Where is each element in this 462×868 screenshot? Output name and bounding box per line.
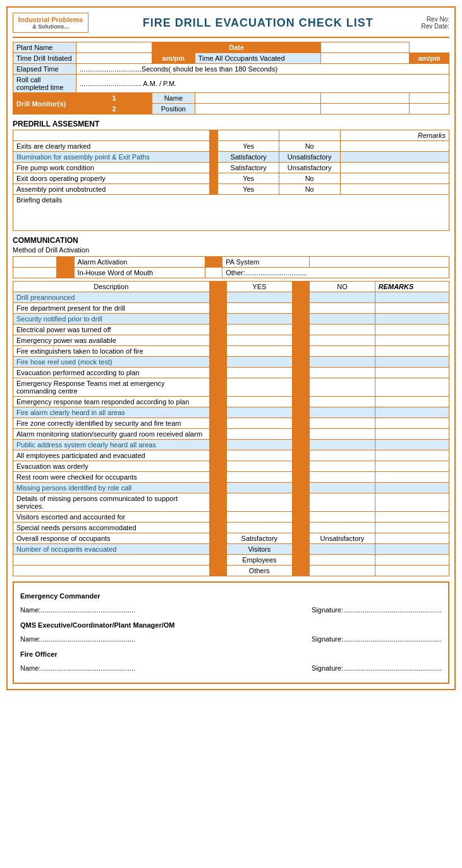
comm-row-yes[interactable]	[227, 368, 293, 378]
comm-row-no[interactable]	[310, 440, 375, 450]
qms-sig-row: Name:...................................…	[20, 632, 442, 646]
predrill-exitdoors-remarks[interactable]	[340, 173, 449, 184]
comm-row-no[interactable]	[310, 346, 375, 357]
comm-row-divider	[209, 544, 227, 555]
comm-row-no[interactable]	[310, 483, 375, 493]
comm-row-remarks[interactable]	[375, 303, 449, 314]
comm-row-yes[interactable]	[227, 483, 293, 493]
comm-row-yes[interactable]	[227, 523, 293, 533]
comm-row-remarks[interactable]	[375, 429, 449, 440]
qms-title: QMS Executive/Coordinator/Plant Manager/…	[20, 618, 442, 632]
comm-row-remarks[interactable]	[375, 314, 449, 325]
comm-divider	[209, 282, 227, 292]
comm-row-yes[interactable]	[227, 397, 293, 407]
list-item: Rest room were checked for occupants	[13, 472, 210, 483]
comm-row-no[interactable]	[310, 493, 375, 512]
comm-occ-remarks[interactable]	[375, 555, 449, 566]
comm-row-yes[interactable]	[227, 357, 293, 368]
comm-row-yes[interactable]	[227, 335, 293, 346]
comm-row-remarks[interactable]	[375, 461, 449, 472]
comm-row-remarks[interactable]	[375, 523, 449, 533]
list-item: Visitors escorted and accounted for	[13, 512, 210, 523]
time-drill-value[interactable]	[76, 53, 152, 64]
monitor2-extra[interactable]	[321, 104, 410, 115]
comm-row-no[interactable]	[310, 429, 375, 440]
comm-row-remarks[interactable]	[375, 418, 449, 429]
comm-row-yes[interactable]	[227, 346, 293, 357]
date-value[interactable]	[321, 42, 410, 53]
comm-row-yes[interactable]	[227, 378, 293, 397]
comm-row-yes[interactable]	[227, 292, 293, 303]
monitor1-name-value[interactable]	[195, 93, 321, 104]
comm-row-no[interactable]	[310, 368, 375, 378]
comm-row-remarks[interactable]	[375, 346, 449, 357]
comm-row-no[interactable]	[310, 472, 375, 483]
list-item: Drill preannounced	[13, 292, 210, 303]
comm-row-no[interactable]	[310, 335, 375, 346]
comm-row-yes[interactable]	[227, 461, 293, 472]
comm-row-remarks[interactable]	[375, 533, 449, 544]
predrill-assembly-remarks[interactable]	[340, 184, 449, 195]
comm-row-divider2	[292, 483, 310, 493]
monitor1-extra2[interactable]	[410, 93, 449, 104]
comm-row-yes[interactable]	[227, 418, 293, 429]
comm-row-remarks[interactable]	[375, 325, 449, 335]
monitor1-extra[interactable]	[321, 93, 410, 104]
comm-row-no[interactable]	[310, 303, 375, 314]
predrill-exits-remarks[interactable]	[340, 141, 449, 152]
fire-name: Name:...................................…	[20, 661, 135, 675]
monitor2-extra2[interactable]	[410, 104, 449, 115]
comm-row-remarks[interactable]	[375, 378, 449, 397]
comm-row-yes[interactable]	[227, 472, 293, 483]
comm-row-no[interactable]	[310, 523, 375, 533]
comm-row-no[interactable]	[310, 397, 375, 407]
comm-row-no[interactable]	[310, 450, 375, 461]
comm-row-no[interactable]	[310, 325, 375, 335]
comm-row-remarks[interactable]	[375, 483, 449, 493]
predrill-divider-exits	[209, 141, 218, 152]
comm-row-yes[interactable]	[227, 314, 293, 325]
comm-row-no[interactable]	[310, 461, 375, 472]
comm-row-remarks[interactable]	[375, 368, 449, 378]
comm-row-no[interactable]	[310, 314, 375, 325]
comm-row-no[interactable]	[310, 512, 375, 523]
comm-row-remarks[interactable]	[375, 292, 449, 303]
comm-row-no[interactable]	[310, 357, 375, 368]
list-item: Fire hose reel used (mock test)	[13, 357, 210, 368]
comm-row-remarks[interactable]	[375, 397, 449, 407]
comm-row-yes[interactable]	[227, 407, 293, 418]
comm-row-divider2	[292, 544, 310, 555]
predrill-illumination-remarks[interactable]	[340, 152, 449, 163]
comm-row-remarks[interactable]	[375, 450, 449, 461]
comm-row-remarks[interactable]	[375, 407, 449, 418]
comm-row-yes[interactable]	[227, 450, 293, 461]
comm-row-remarks[interactable]	[375, 493, 449, 512]
comm-row-yes[interactable]	[227, 440, 293, 450]
comm-row-yes[interactable]	[227, 493, 293, 512]
comm-row-yes[interactable]	[227, 512, 293, 523]
plant-name-value[interactable]	[76, 42, 152, 53]
monitor2-name-value[interactable]	[195, 104, 321, 115]
comm-row-yes[interactable]	[227, 325, 293, 335]
comm-row-no[interactable]	[310, 292, 375, 303]
comm-row-no[interactable]	[310, 418, 375, 429]
predrill-row-illumination: Illumination for assembly point & Exit P…	[13, 152, 210, 163]
predrill-pump-remarks[interactable]	[340, 163, 449, 173]
comm-row-remarks[interactable]	[375, 357, 449, 368]
plant-name-label: Plant Name	[13, 42, 76, 53]
comm-row-remarks[interactable]	[375, 544, 449, 555]
comm-row-remarks[interactable]	[375, 512, 449, 523]
comm-row-no[interactable]	[310, 378, 375, 397]
comm-row-divider2	[292, 325, 310, 335]
comm-row-remarks[interactable]	[375, 440, 449, 450]
comm-row-yes[interactable]	[227, 303, 293, 314]
comm-row-remarks[interactable]	[375, 335, 449, 346]
time-all-value[interactable]	[321, 53, 410, 64]
comm-occ-remarks[interactable]	[375, 566, 449, 576]
col-yes-header: YES	[227, 282, 293, 292]
comm-row-no[interactable]	[310, 407, 375, 418]
comm-row-remarks[interactable]	[375, 472, 449, 483]
ampm1: am/pm	[152, 53, 195, 64]
comm-row-yes[interactable]	[227, 429, 293, 440]
logo-line2: & Solutions...	[16, 23, 85, 30]
